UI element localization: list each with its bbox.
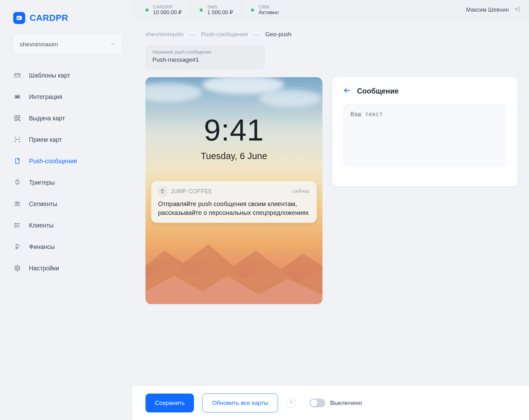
sidebar-item-clients[interactable]: Клиенты [13, 220, 122, 231]
sidebar-item-label: Триггеры [29, 179, 55, 186]
status-value: 10 000.00 ₽ [153, 9, 182, 16]
crumb-current: Geo-push [265, 31, 291, 38]
sidebar: CARDPR shevninmaxim Шаблоны карт API Инт… [0, 0, 132, 420]
svg-rect-14 [16, 180, 19, 184]
sidebar-item-label: Клиенты [29, 222, 54, 229]
sidebar-item-segments[interactable]: Сегменты [13, 198, 122, 209]
status-label: CRM [259, 4, 279, 9]
toggle-label: Выключено [330, 400, 362, 406]
cup-icon [158, 187, 167, 196]
arrow-left-icon[interactable] [343, 87, 351, 96]
push-icon [13, 157, 21, 165]
push-name-value: Push-message#1 [152, 56, 258, 63]
status-sms[interactable]: SMS 1 000.00 ₽ [191, 0, 242, 20]
sidebar-nav: Шаблоны карт API Интеграция Выдача карт … [13, 70, 122, 273]
save-button[interactable]: Сохранить [145, 394, 194, 412]
status-group: CARDPR 10 000.00 ₽ SMS 1 000.00 ₽ CRM Ак… [145, 0, 287, 20]
sidebar-item-label: Push-сообщения [29, 158, 77, 165]
brand-name: CARDPR [30, 13, 68, 23]
notification-body: Отправляйте push сообщения своим клиента… [158, 199, 310, 217]
svg-point-23 [15, 225, 15, 226]
brand-logo[interactable]: CARDPR [13, 12, 122, 24]
account-selected: shevninmaxim [20, 41, 58, 48]
message-panel: Сообщение [333, 77, 517, 186]
content: shevninmaxim — Push-сообщения — Geo-push… [132, 20, 529, 420]
sidebar-item-label: Интеграция [29, 93, 62, 101]
crumb[interactable]: Push-сообщения [201, 31, 248, 38]
toggle-switch[interactable] [310, 399, 325, 407]
push-name-label: Название push-сообщения [152, 49, 258, 55]
status-label: CARDPR [153, 4, 182, 9]
svg-rect-9 [15, 119, 17, 121]
svg-rect-3 [15, 74, 20, 77]
brand-mark-icon [16, 14, 23, 21]
status-dot-icon [200, 9, 203, 12]
svg-point-24 [15, 227, 15, 227]
status-cardpr[interactable]: CARDPR 10 000.00 ₽ [145, 0, 191, 20]
date: Tuesday, 6 June [145, 151, 322, 161]
sidebar-item-push[interactable]: Push-сообщения [13, 156, 122, 166]
lockscreen-time: 9:41 Tuesday, 6 June [145, 115, 322, 161]
svg-rect-7 [15, 116, 17, 118]
svg-point-18 [18, 202, 19, 204]
status-value: Активно [259, 9, 279, 16]
sidebar-item-templates[interactable]: Шаблоны карт [13, 70, 122, 81]
breadcrumb: shevninmaxim — Push-сообщения — Geo-push [145, 31, 517, 38]
api-icon: API [13, 93, 21, 101]
cloud-deco [259, 90, 322, 107]
phone-preview: 9:41 Tuesday, 6 June JUMP COFFEE сейчас … [145, 77, 322, 304]
svg-rect-11 [19, 120, 20, 121]
sidebar-item-accept[interactable]: Прием карт [13, 134, 122, 145]
brand-logo-badge [13, 12, 25, 24]
sidebar-item-label: Финансы [29, 243, 55, 250]
segments-icon [13, 200, 21, 208]
user-name: Максим Шевнин [466, 7, 509, 13]
panel-title: Сообщение [357, 87, 399, 95]
push-name-card[interactable]: Название push-сообщения Push-message#1 [145, 45, 265, 69]
svg-rect-0 [17, 16, 22, 20]
sidebar-item-finance[interactable]: Финансы [13, 241, 122, 252]
sidebar-item-triggers[interactable]: Триггеры [13, 177, 122, 188]
status-dot-icon [251, 9, 254, 12]
settings-icon [13, 264, 21, 272]
update-cards-button[interactable]: Обновить все карты [202, 394, 278, 412]
notification-time: сейчас [293, 188, 310, 194]
crumb[interactable]: shevninmaxim [145, 31, 184, 38]
logout-icon[interactable] [514, 6, 520, 14]
clock: 9:41 [145, 115, 322, 145]
sidebar-item-issue[interactable]: Выдача карт [13, 113, 122, 124]
status-label: SMS [207, 4, 233, 9]
user-area[interactable]: Максим Шевнин [466, 6, 520, 14]
status-crm[interactable]: CRM Активно [242, 0, 287, 20]
svg-rect-10 [18, 119, 19, 120]
sidebar-item-integration[interactable]: API Интеграция [13, 91, 122, 102]
mountain-deco [145, 228, 322, 304]
triggers-icon [13, 178, 21, 187]
message-textarea[interactable] [343, 104, 506, 167]
help-icon[interactable]: ? [286, 398, 296, 408]
svg-rect-1 [18, 17, 20, 18]
crumb-sep: — [189, 31, 195, 38]
sidebar-item-settings[interactable]: Настройки [13, 263, 122, 273]
svg-point-22 [15, 223, 15, 224]
svg-text:API: API [16, 96, 19, 98]
chevron-down-icon [110, 41, 115, 48]
status-value: 1 000.00 ₽ [207, 9, 233, 16]
sidebar-item-label: Сегменты [29, 200, 57, 208]
svg-rect-8 [18, 116, 20, 118]
svg-point-25 [16, 267, 18, 269]
topbar: CARDPR 10 000.00 ₽ SMS 1 000.00 ₽ CRM Ак… [132, 0, 529, 20]
notification-app: JUMP COFFEE [171, 188, 212, 195]
cards-icon [13, 71, 21, 79]
enable-toggle[interactable]: Выключено [310, 399, 362, 407]
svg-rect-2 [18, 18, 20, 19]
clients-icon [13, 221, 21, 229]
scan-icon [13, 135, 21, 144]
sidebar-item-label: Выдача карт [29, 115, 65, 122]
account-select[interactable]: shevninmaxim [13, 34, 122, 55]
notification-card: JUMP COFFEE сейчас Отправляйте push сооб… [151, 181, 317, 223]
qr-icon [13, 114, 21, 122]
svg-point-17 [15, 202, 17, 204]
sidebar-item-label: Прием карт [29, 136, 62, 143]
sidebar-item-label: Настройки [29, 265, 59, 272]
